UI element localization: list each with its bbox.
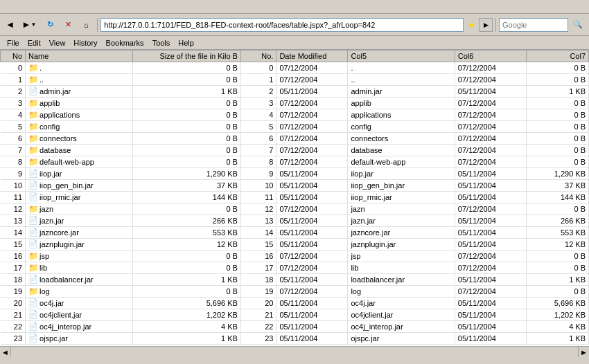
cell-name: 📁jsp xyxy=(26,251,132,262)
cell-no: 16 xyxy=(1,251,26,262)
col-header-col7[interactable]: Col7 xyxy=(526,51,588,62)
cell-col6: 07/12/2004 xyxy=(455,262,526,274)
cell-num: 7 xyxy=(240,145,276,156)
menu-bookmarks[interactable]: Bookmarks xyxy=(102,37,148,48)
cell-name: 📁applib xyxy=(26,98,132,109)
table-row[interactable]: 1 📁.. 0 B 1 07/12/2004 .. 07/12/2004 0 B xyxy=(1,74,589,86)
menu-view[interactable]: View xyxy=(45,37,70,48)
menu-history[interactable]: History xyxy=(69,37,101,48)
table-row[interactable]: 7 📁database 0 B 7 07/12/2004 database 07… xyxy=(1,145,589,156)
cell-col6: 05/11/2004 xyxy=(455,227,526,239)
cell-col5: . xyxy=(348,62,455,74)
file-name: lib xyxy=(39,264,47,272)
scroll-left-button[interactable]: ◄ xyxy=(0,347,11,358)
col-header-date[interactable]: Date Modified xyxy=(276,51,348,62)
search-button[interactable]: 🔍 xyxy=(570,17,586,33)
cell-col7: 0 B xyxy=(526,121,588,133)
menu-tools[interactable]: Tools xyxy=(148,37,175,48)
table-row[interactable]: 11 📄iiop_rmic.jar 144 KB 11 05/11/2004 i… xyxy=(1,192,589,203)
col-header-col6[interactable]: Col6 xyxy=(455,51,526,62)
table-row[interactable]: 17 📁lib 0 B 17 07/12/2004 lib 07/12/2004… xyxy=(1,262,589,274)
cell-col6: 05/11/2004 xyxy=(455,215,526,227)
col-header-size[interactable]: Size of the file in Kilo B xyxy=(132,51,240,62)
file-name: applib xyxy=(39,99,60,107)
table-row[interactable]: 21 📄oc4jclient.jar 1,202 KB 21 05/11/200… xyxy=(1,309,589,321)
cell-col5: iiop_rmic.jar xyxy=(348,192,455,203)
cell-name: 📄jazn.jar xyxy=(26,215,132,227)
table-row[interactable]: 5 📁config 0 B 5 07/12/2004 config 07/12/… xyxy=(1,121,589,133)
home-button[interactable]: ⌂ xyxy=(78,17,94,33)
cell-col6: 05/11/2004 xyxy=(455,274,526,286)
table-row[interactable]: 22 📄oc4j_interop.jar 4 KB 22 05/11/2004 … xyxy=(1,321,589,333)
menu-edit[interactable]: Edit xyxy=(24,37,45,48)
table-row[interactable]: 10 📄iiop_gen_bin.jar 37 KB 10 05/11/2004… xyxy=(1,180,589,192)
file-name: jazn.jar xyxy=(39,217,64,225)
table-row[interactable]: 2 📄admin.jar 1 KB 2 05/11/2004 admin.jar… xyxy=(1,86,589,98)
cell-date: 07/12/2004 xyxy=(276,145,348,156)
forward-button[interactable]: ► ▼ xyxy=(19,16,39,34)
cell-date: 05/11/2004 xyxy=(276,274,348,286)
cell-no: 7 xyxy=(1,145,26,156)
cell-name: 📁database xyxy=(26,145,132,156)
file-name: ojspc.jar xyxy=(39,334,68,343)
table-row[interactable]: 4 📁applications 0 B 4 07/12/2004 applica… xyxy=(1,109,589,121)
cell-date: 07/12/2004 xyxy=(276,262,348,274)
col-header-name[interactable]: Name xyxy=(26,51,132,62)
table-row[interactable]: 16 📁jsp 0 B 16 07/12/2004 jsp 07/12/2004… xyxy=(1,251,589,262)
cell-name: 📄iiop_gen_bin.jar xyxy=(26,180,132,192)
cell-name: 📄loadbalancer.jar xyxy=(26,274,132,286)
cell-col5: default-web-app xyxy=(348,156,455,168)
go-button[interactable]: ▶ xyxy=(479,18,493,32)
col-header-num[interactable]: No. xyxy=(240,51,276,62)
menu-help[interactable]: Help xyxy=(174,37,198,48)
cell-no: 5 xyxy=(1,121,26,133)
cell-col6: 07/12/2004 xyxy=(455,133,526,145)
horizontal-scrollbar[interactable] xyxy=(11,347,578,358)
cell-num: 19 xyxy=(240,286,276,298)
cell-col6: 05/11/2004 xyxy=(455,192,526,203)
cell-col5: jazn.jar xyxy=(348,215,455,227)
refresh-button[interactable]: ↻ xyxy=(42,17,58,33)
file-name: jazn xyxy=(39,205,53,213)
table-row[interactable]: 13 📄jazn.jar 266 KB 13 05/11/2004 jazn.j… xyxy=(1,215,589,227)
file-name: .. xyxy=(39,75,44,84)
file-name: jazncore.jar xyxy=(39,228,79,237)
star-button[interactable]: ★ xyxy=(465,19,477,31)
table-scroll[interactable]: No Name Size of the file in Kilo B No. D… xyxy=(0,50,589,346)
address-input[interactable] xyxy=(100,18,464,32)
cell-size: 553 KB xyxy=(132,227,240,239)
cell-num: 8 xyxy=(240,156,276,168)
table-row[interactable]: 23 📄ojspc.jar 1 KB 23 05/11/2004 ojspc.j… xyxy=(1,333,589,345)
cell-no: 4 xyxy=(1,109,26,121)
back-button[interactable]: ◄ xyxy=(3,16,17,34)
cell-date: 05/11/2004 xyxy=(276,215,348,227)
cell-size: 0 B xyxy=(132,109,240,121)
table-row[interactable]: 3 📁applib 0 B 3 07/12/2004 applib 07/12/… xyxy=(1,98,589,109)
col-header-col5[interactable]: Col5 xyxy=(348,51,455,62)
file-name: database xyxy=(39,146,71,154)
table-row[interactable]: 9 📄iiop.jar 1,290 KB 9 05/11/2004 iiop.j… xyxy=(1,168,589,180)
col-header-no[interactable]: No xyxy=(1,51,26,62)
file-icon: 📄 xyxy=(28,181,38,190)
cell-num: 11 xyxy=(240,192,276,203)
cell-num: 20 xyxy=(240,298,276,309)
menu-file[interactable]: File xyxy=(3,37,24,48)
table-row[interactable]: 18 📄loadbalancer.jar 1 KB 18 05/11/2004 … xyxy=(1,274,589,286)
cell-name: 📁config xyxy=(26,121,132,133)
search-input[interactable] xyxy=(499,18,568,32)
table-row[interactable]: 15 📄jaznplugin.jar 12 KB 15 05/11/2004 j… xyxy=(1,239,589,251)
table-row[interactable]: 6 📁connectors 0 B 6 07/12/2004 connector… xyxy=(1,133,589,145)
cell-col6: 07/12/2004 xyxy=(455,203,526,215)
cell-col7: 4 KB xyxy=(526,321,588,333)
stop-button[interactable]: ✕ xyxy=(60,17,76,33)
table-row[interactable]: 12 📁jazn 0 B 12 07/12/2004 jazn 07/12/20… xyxy=(1,203,589,215)
table-row[interactable]: 14 📄jazncore.jar 553 KB 14 05/11/2004 ja… xyxy=(1,227,589,239)
table-row[interactable]: 8 📁default-web-app 0 B 8 07/12/2004 defa… xyxy=(1,156,589,168)
scroll-right-button[interactable]: ► xyxy=(578,347,589,358)
cell-name: 📁applications xyxy=(26,109,132,121)
table-row[interactable]: 0 📁. 0 B 0 07/12/2004 . 07/12/2004 0 B xyxy=(1,62,589,74)
table-row[interactable]: 19 📁log 0 B 19 07/12/2004 log 07/12/2004… xyxy=(1,286,589,298)
folder-icon: 📁 xyxy=(28,98,38,108)
table-row[interactable]: 20 📄oc4j.jar 5,696 KB 20 05/11/2004 oc4j… xyxy=(1,298,589,309)
cell-col7: 0 B xyxy=(526,286,588,298)
